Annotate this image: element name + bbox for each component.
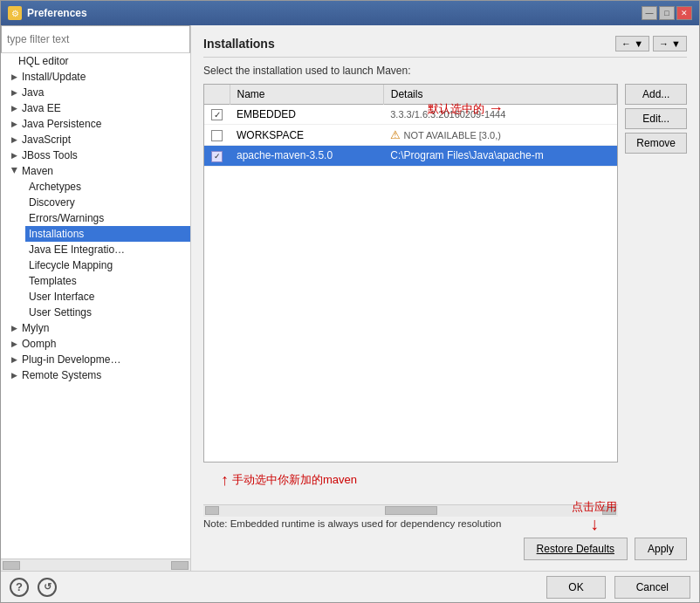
minimize-button[interactable]: — — [642, 6, 657, 20]
edit-button[interactable]: Edit... — [625, 108, 687, 129]
installations-table: Name Details EMBEDDED — [204, 85, 617, 167]
table-scrollbar-h[interactable] — [203, 504, 618, 517]
table-row[interactable]: ✓ apache-maven-3.5.0 C:\Program Files\Ja… — [204, 146, 617, 166]
arrow-icon: ▶ — [11, 355, 18, 364]
cancel-button[interactable]: Cancel — [614, 576, 690, 599]
window-icon: ⚙ — [8, 6, 22, 20]
arrow-icon: ▶ — [11, 72, 18, 81]
scroll-left-btn[interactable] — [205, 506, 219, 515]
javapersistence-label: Java Persistence — [22, 118, 101, 130]
sidebar-item-hql[interactable]: HQL editor — [1, 53, 190, 69]
install-label: Install/Update — [22, 71, 86, 83]
title-buttons: — □ ✕ — [642, 6, 692, 20]
sidebar-item-plugindev[interactable]: ▶ Plug-in Developme… — [1, 352, 190, 367]
sidebar-item-installations[interactable]: Installations — [25, 226, 190, 242]
javaee-label: Java EE — [22, 102, 61, 114]
scrollbar-track — [22, 561, 169, 570]
title-bar: ⚙ Preferences — □ ✕ — [1, 1, 699, 25]
sidebar-item-javaee[interactable]: ▶ Java EE — [1, 100, 190, 116]
table-row[interactable]: WORKSPACE ⚠ NOT AVAILABLE [3.0,) — [204, 125, 617, 146]
row-detail: 3.3.3/1.6.3.20160209-1444 — [383, 105, 617, 125]
arrow-icon: ▶ — [11, 371, 18, 380]
row-detail: ⚠ NOT AVAILABLE [3.0,) — [383, 125, 617, 146]
preferences-window: ⚙ Preferences — □ ✕ HQL editor ▶ Install… — [0, 0, 700, 603]
ok-button[interactable]: OK — [546, 576, 605, 599]
help-icon[interactable]: ? — [10, 578, 29, 597]
apply-button[interactable]: Apply — [635, 538, 687, 560]
checkbox-icon[interactable] — [211, 109, 223, 120]
col-details: Details — [383, 85, 617, 105]
sidebar-item-archetypes[interactable]: Archetypes — [25, 179, 190, 195]
close-button[interactable]: ✕ — [676, 6, 692, 20]
help-bar: ? ↺ OK Cancel — [1, 571, 699, 602]
sidebar-item-javascript[interactable]: ▶ JavaScript — [1, 132, 190, 147]
maximize-button[interactable]: □ — [659, 6, 675, 20]
arrow-icon: ▶ — [11, 151, 18, 160]
nav-back-button[interactable]: ← ▼ — [615, 36, 649, 51]
arrow-icon: ▶ — [11, 339, 18, 348]
panel-title: Installations — [203, 37, 275, 51]
arrow-down-icon: ↓ — [590, 515, 599, 532]
side-buttons: Add... Edit... Remove — [625, 84, 687, 517]
scrollbar-left-btn[interactable] — [3, 561, 20, 570]
sidebar-item-javapersistence[interactable]: ▶ Java Persistence — [1, 116, 190, 132]
jboss-label: JBoss Tools — [22, 149, 78, 161]
mylyn-label: Mylyn — [22, 322, 49, 334]
annotation-manual: ↑ 手动选中你新加的maven — [221, 471, 357, 490]
bottom-buttons: Restore Defaults Apply — [203, 538, 687, 560]
note-and-apply-area: Note: Embedded runtime is always used fo… — [203, 517, 687, 562]
annotation-manual-label: 手动选中你新加的maven — [232, 472, 357, 488]
checkbox-icon[interactable]: ✓ — [211, 151, 223, 162]
col-name: Name — [230, 85, 383, 105]
row-checkbox[interactable]: ✓ — [204, 146, 230, 166]
arrow-up-icon: ↑ — [221, 471, 229, 490]
sidebar-item-java[interactable]: ▶ Java — [1, 85, 190, 100]
checkbox-icon[interactable] — [211, 130, 223, 141]
hql-label: HQL editor — [18, 55, 69, 67]
sidebar-item-errorswarn[interactable]: Errors/Warnings — [25, 210, 190, 226]
warning-icon: ⚠ — [390, 128, 401, 141]
row-checkbox[interactable] — [204, 105, 230, 125]
annotation-click-apply: 点击应用 ↓ — [572, 499, 617, 532]
row-checkbox[interactable] — [204, 125, 230, 146]
arrow-icon: ▶ — [11, 324, 18, 332]
sidebar-item-usersettings[interactable]: User Settings — [25, 305, 190, 320]
sidebar-item-lifecycle[interactable]: Lifecycle Mapping — [25, 257, 190, 273]
sidebar-item-maven[interactable]: ▶ Maven — [1, 163, 190, 179]
annotation-row: ↑ 手动选中你新加的maven — [203, 469, 618, 504]
panel-title-row: Installations ← ▼ → ▼ — [203, 36, 687, 58]
arrow-icon: ▶ — [11, 135, 18, 144]
java-label: Java — [22, 86, 44, 99]
sidebar-item-javaeeintegration[interactable]: Java EE Integratio… — [25, 242, 190, 257]
add-button[interactable]: Add... — [625, 84, 687, 105]
panel-subtitle: Select the installation used to launch M… — [203, 65, 687, 77]
content-area: HQL editor ▶ Install/Update ▶ Java ▶ Jav… — [1, 25, 699, 571]
tree-area: HQL editor ▶ Install/Update ▶ Java ▶ Jav… — [1, 53, 190, 558]
sidebar-item-discovery[interactable]: Discovery — [25, 195, 190, 210]
row-name: EMBEDDED — [230, 105, 383, 125]
nav-forward-button[interactable]: → ▼ — [653, 36, 687, 51]
maven-children: Archetypes Discovery Errors/Warnings Ins… — [1, 179, 190, 320]
scrollbar-right-btn[interactable] — [171, 561, 189, 570]
arrow-icon: ▶ — [11, 88, 18, 97]
filter-input[interactable] — [1, 25, 190, 53]
restore-icon[interactable]: ↺ — [38, 578, 57, 597]
scroll-thumb[interactable] — [385, 506, 437, 515]
arrow-icon: ▶ — [11, 120, 18, 128]
sidebar-item-oomph[interactable]: ▶ Oomph — [1, 336, 190, 352]
sidebar-item-mylyn[interactable]: ▶ Mylyn — [1, 320, 190, 336]
row-name: WORKSPACE — [230, 125, 383, 146]
nav-buttons: ← ▼ → ▼ — [615, 36, 687, 51]
sidebar-item-install[interactable]: ▶ Install/Update — [1, 69, 190, 85]
remove-button[interactable]: Remove — [625, 133, 687, 154]
oomph-label: Oomph — [22, 338, 56, 350]
sidebar-item-jboss[interactable]: ▶ JBoss Tools — [1, 147, 190, 163]
sidebar-item-remotesystems[interactable]: ▶ Remote Systems — [1, 367, 190, 383]
sidebar-item-templates[interactable]: Templates — [25, 273, 190, 289]
restore-defaults-button[interactable]: Restore Defaults — [524, 538, 628, 560]
tree-scrollbar-h[interactable] — [1, 558, 190, 571]
table-row[interactable]: EMBEDDED 3.3.3/1.6.3.20160209-1444 — [204, 105, 617, 125]
sidebar-item-userinterface[interactable]: User Interface — [25, 289, 190, 305]
col-check — [204, 85, 230, 105]
window-title: Preferences — [27, 7, 87, 19]
